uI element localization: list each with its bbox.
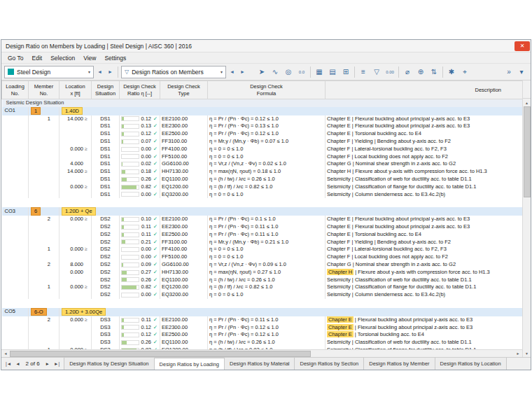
module-prev-button[interactable]: ◄: [95, 66, 104, 78]
overflow-chevron-icon[interactable]: »: [503, 66, 515, 78]
horizontal-scroll-thumb[interactable]: [10, 351, 311, 357]
table-row[interactable]: 10.000≥DS20.00✓FF4100.00η = 0 = 0 ≤ 1.0C…: [2, 246, 523, 253]
export-excel-icon[interactable]: ⊞: [340, 66, 352, 78]
column-header-design-check-formula[interactable]: Design CheckFormula: [208, 81, 326, 99]
menu-item-go-to[interactable]: Go To: [4, 55, 28, 62]
table-row[interactable]: DS10.12✓EE2500.00η = Pr / (Pn · Φc) = 0.…: [2, 130, 523, 138]
loading-group-row[interactable]: CO111.40D: [2, 107, 523, 115]
combo-formula-chip: 1.20D + 3.00Qe: [62, 308, 106, 316]
check-type-cell: GG6100.00: [160, 261, 208, 269]
table-row[interactable]: 10.000≥DS20.82✓EQ1200.00η = (b / tf) / λ…: [2, 284, 523, 291]
table-row[interactable]: 0.000≥DS10.82✓EQ1200.00η = (b / tf) / λr…: [2, 183, 523, 191]
ratio-value: 0.12: [141, 115, 151, 123]
scroll-left-icon[interactable]: ◄: [1, 350, 10, 358]
next-page-button[interactable]: ►: [43, 361, 52, 366]
table-row[interactable]: DS20.00✓FF5100.00η = 0 = 0 ≤ 1.0Chapter …: [2, 253, 523, 261]
description-text: Torsional buckling acc. to E4: [355, 130, 421, 136]
search-icon[interactable]: ⌀: [401, 66, 414, 78]
table-row[interactable]: 4.000DS10.02✓GG6100.00η = Vr,z / (Vn,z ·…: [2, 160, 523, 168]
table-row[interactable]: DS20.11✓EE2500.00η = Pr / (Pn · Φc) = 0.…: [2, 231, 523, 239]
table-row[interactable]: DS10.00✓FF5100.00η = 0 = 0 ≤ 1.0Chapter …: [2, 153, 523, 161]
tab-design-ratios-by-location[interactable]: Design Ratios by Location: [435, 358, 507, 370]
table-row[interactable]: DS20.21✓FF3100.00η = Mr,y / (Mn,y · Φb) …: [2, 239, 523, 246]
description-cell: Chapter F | Lateral-torsional buckling a…: [326, 246, 523, 253]
member-no-cell: 1: [29, 284, 59, 291]
chapter-label: Seismicity: [327, 284, 351, 290]
pin-table-icon[interactable]: ⌖: [458, 66, 471, 78]
column-header-location-x-ft[interactable]: Locationx [ft]: [59, 81, 92, 99]
column-header-design-situation[interactable]: DesignSituation: [92, 81, 120, 99]
loading-group-row[interactable]: CO361.20D + Qe: [2, 207, 523, 216]
vertical-scrollbar[interactable]: ▲ ▼: [522, 80, 531, 357]
tab-design-ratios-by-design-situation[interactable]: Design Ratios by Design Situation: [64, 358, 154, 370]
table-row[interactable]: DS30.12✓EE2500.00η = Pr / (Pn · Φc) = 0.…: [2, 331, 523, 339]
zoom-icon[interactable]: ⊕: [414, 66, 427, 78]
menu-item-view[interactable]: View: [79, 55, 100, 62]
filter-rows-icon[interactable]: ▽: [370, 66, 383, 78]
table-row[interactable]: DS10.26✓EQ1100.00η = (h / tw) / λrc = 0.…: [2, 176, 523, 183]
table-row[interactable]: DS20.11✓EE2300.00η = Pr / (Pn · Φc) = 0.…: [2, 223, 523, 231]
check-type-cell: FF3100.00: [160, 138, 208, 146]
table-row[interactable]: 20.000≥DS20.10✓EE2100.00η = Pr / (Pn · Φ…: [2, 216, 523, 223]
scroll-down-icon[interactable]: ▼: [523, 349, 531, 357]
sort-icon[interactable]: ⇅: [428, 66, 440, 78]
ratio-value: 0.07: [141, 138, 151, 146]
description-text: Lateral-torsional buckling acc. to F2, F…: [354, 146, 446, 152]
member-no-cell: [29, 183, 59, 191]
units-decimal-icon[interactable]: 0.0: [295, 66, 308, 78]
vertical-scroll-thumb[interactable]: [524, 106, 531, 197]
horizontal-scrollbar[interactable]: ◄ ►: [1, 349, 522, 357]
table-row[interactable]: 20.000≥DS30.11✓EE2100.00η = Pr / (Pn · Φ…: [2, 316, 523, 324]
prev-page-button[interactable]: ◄: [13, 361, 22, 366]
tab-design-ratios-by-material[interactable]: Design Ratios by Material: [224, 358, 295, 370]
chapter-label: Chapter E: [327, 231, 351, 237]
printout-report-icon[interactable]: ≡: [357, 66, 370, 78]
menu-item-edit[interactable]: Edit: [28, 55, 47, 62]
table-row[interactable]: 0.000≥DS10.00✓FF4100.00η = 0 = 0 ≤ 1.0Ch…: [2, 146, 523, 153]
scroll-right-icon[interactable]: ►: [514, 350, 522, 358]
table-row[interactable]: 114.000≥DS10.12✓EE2100.00η = Pr / (Pn · …: [2, 115, 523, 123]
close-icon[interactable]: ✕: [514, 41, 530, 51]
table-row[interactable]: DS20.00✓EQ3200.00η = 0 = 0 ≤ 1.0Seismici…: [2, 291, 523, 299]
column-header-design-check-ratio[interactable]: Design CheckRatio η [--]: [120, 81, 160, 99]
toolbar-expand-icon[interactable]: ▾: [515, 66, 528, 78]
module-next-button[interactable]: ►: [106, 66, 115, 78]
design-ratio-cell: 0.00✓: [120, 146, 160, 153]
print-icon[interactable]: ▤: [326, 66, 339, 78]
table-row[interactable]: DS30.26✓EQ1100.00η = (h / tw) / λrc = 0.…: [2, 339, 523, 346]
table-layout-icon[interactable]: ▦: [313, 66, 326, 78]
first-page-button[interactable]: |◄: [4, 361, 13, 366]
module-dropdown[interactable]: Steel Design ▾: [4, 66, 94, 78]
table-row[interactable]: DS30.12✓EE2300.00η = Pr / (Pn · Φc) = 0.…: [2, 324, 523, 332]
window-title: Design Ratio on Members by Loading | Ste…: [6, 43, 192, 50]
settings-gear-icon[interactable]: ✱: [445, 66, 458, 78]
column-header-loading-no[interactable]: LoadingNo.: [2, 81, 29, 99]
column-header-design-check-type[interactable]: Design CheckType: [160, 81, 208, 99]
table-row[interactable]: 0.000DS20.27✓HH7130.00η = max(ηN, ηout) …: [2, 269, 523, 276]
table-row[interactable]: DS10.00✓EQ3200.00η = 0 = 0 ≤ 1.0Seismici…: [2, 191, 523, 199]
location-cell: 0.000≥: [59, 246, 92, 253]
table-row[interactable]: 14.000≥DS10.18✓HH7130.00η = max(ηN, ηout…: [2, 168, 523, 176]
table-prev-button[interactable]: ◄: [227, 66, 237, 78]
show-values-icon[interactable]: ◎: [282, 66, 295, 78]
decimal-places-icon[interactable]: 0.00: [384, 66, 396, 78]
scroll-up-icon[interactable]: ▲: [523, 99, 531, 106]
table-row[interactable]: DS10.07✓FF3100.00η = Mr,y / (Mn,y · Φb) …: [2, 138, 523, 146]
table-row[interactable]: DS20.26✓EQ1100.00η = (h / tw) / λrc = 0.…: [2, 276, 523, 284]
table-next-button[interactable]: ►: [238, 66, 247, 78]
last-page-button[interactable]: ►|: [52, 361, 62, 366]
table-row[interactable]: DS10.13✓EE2300.00η = Pr / (Pn · Φc) = 0.…: [2, 122, 523, 130]
loading-group-row[interactable]: CO56-O1.20D + 3.00Qe: [2, 308, 523, 316]
column-header-description[interactable]: Description: [326, 81, 523, 99]
tab-design-ratios-by-loading[interactable]: Design Ratios by Loading: [154, 358, 225, 370]
tab-design-ratios-by-member[interactable]: Design Ratios by Member: [363, 358, 435, 370]
result-diagram-icon[interactable]: ∿: [269, 66, 281, 78]
menu-item-settings[interactable]: Settings: [100, 55, 130, 62]
table-row[interactable]: 28.000DS20.09✓GG6100.00η = Vr,z / (Vn,z …: [2, 261, 523, 269]
column-header-member-no[interactable]: MemberNo.: [29, 81, 59, 99]
ratio-value: 0.82: [141, 183, 151, 191]
table-dropdown[interactable]: ▽ Design Ratios on Members ▾: [121, 66, 226, 78]
graphic-select-icon[interactable]: ➤: [255, 66, 268, 78]
tab-design-ratios-by-section[interactable]: Design Ratios by Section: [294, 358, 364, 370]
menu-item-selection[interactable]: Selection: [46, 55, 79, 62]
